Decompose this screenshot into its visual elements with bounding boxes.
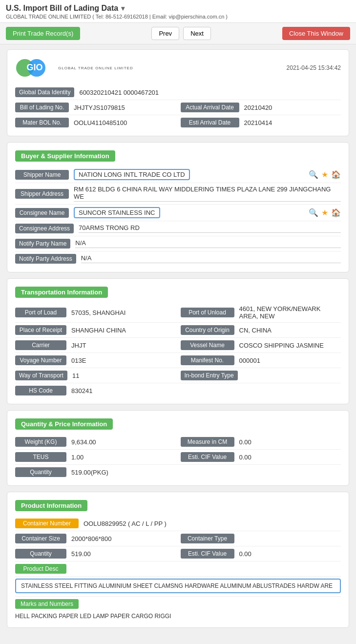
consignee-star-icon[interactable]: ★ [321,208,328,217]
shipper-name-label: Shipper Name [15,170,69,180]
subtitle: GLOBAL TRADE ONLINE LIMITED ( Tel: 86-51… [6,14,350,20]
global-data-label: Global Data Identity [15,87,74,97]
buyer-supplier-header: Buyer & Supplier Information [15,150,341,162]
teus: TEUS 1.00 [15,452,176,462]
product-badge: Product Information [15,500,87,511]
logo-svg: GIO [15,56,54,80]
main-content: GIO GLOBAL TRADE ONLINE LIMITED 2021-04-… [0,44,356,639]
product-quantity-cif-row: Quantity 519.00 Esti. CIF Value 0.00 [15,546,341,561]
shipper-address-label: Shipper Address [15,189,69,199]
title-arrow[interactable]: ▾ [121,4,125,12]
shipper-address-row: Shipper Address RM 612 BLDG 6 CHINA RAIL… [15,183,341,205]
place-of-receipt-label: Place of Receipt [15,325,66,335]
notify-party-name-label: Notify Party Name [15,239,70,249]
manifest-no-value: 000001 [239,357,341,364]
vessel-name: Vessel Name COSCO SHIPPING JASMINE [181,340,341,350]
country-of-origin-value: CN, CHINA [239,327,341,334]
way-of-transport: Way of Transport 11 [15,371,176,380]
close-button[interactable]: Close This Window [282,27,350,40]
consignee-name-label: Consignee Name [15,208,69,218]
esti-cif-qp-value: 0.00 [239,454,341,461]
container-type-label: Container Type [181,534,234,543]
notify-party-address-label: Notify Party Address [15,254,76,264]
consignee-address-row: Consignee Address 70ARMS TRONG RD [15,221,341,236]
transportation-badge: Transportation Information [15,287,108,298]
esti-arrival: Esti Arrival Date 20210414 [181,118,341,127]
voyage-number-value: 013E [71,357,176,364]
weight-value: 9,634.00 [71,438,176,446]
consignee-home-icon[interactable]: 🏠 [331,208,341,217]
measure-value: 0.00 [239,438,341,446]
quantity-price-card: Quantity & Price Information Weight (KG)… [7,410,349,486]
star-icon[interactable]: ★ [321,170,328,179]
product-esti-cif: Esti. CIF Value 0.00 [181,549,341,559]
quantity-label: Quantity [15,467,66,477]
port-row: Port of Load 57035, SHANGHAI Port of Unl… [15,303,341,323]
carrier-label: Carrier [15,340,66,350]
esti-arrival-label: Esti Arrival Date [181,118,239,127]
way-inbond-row: Way of Transport 11 In-bond Entry Type [15,368,341,383]
mater-bol-value: OOLU4110485100 [74,119,176,126]
actual-arrival-label: Actual Arrival Date [181,103,239,112]
weight: Weight (KG) 9,634.00 [15,437,176,447]
consignee-search-icon[interactable]: 🔍 [309,208,318,217]
consignee-address-label: Consignee Address [15,224,74,233]
title-text: U.S. Import Bill of Lading Data [6,4,118,13]
teus-value: 1.00 [71,454,176,461]
port-unload: Port of Unload 4601, NEW YORK/NEWARK ARE… [181,305,341,320]
page-title: U.S. Import Bill of Lading Data ▾ [6,4,350,13]
container-number-row: Container Number OOLU8829952 ( AC / L / … [15,516,341,531]
shipper-name-row: Shipper Name NATION LONG INTL TRADE CO L… [15,166,341,183]
way-of-transport-value: 11 [72,372,176,379]
consignee-name-value: SUNCOR STAINLESS INC [74,207,309,218]
container-number-label: Container Number [15,519,79,528]
transportation-header: Transportation Information [15,287,341,298]
product-quantity-value: 519.00 [71,550,176,558]
port-load-value: 57035, SHANGHAI [71,309,176,316]
esti-arrival-value: 20210414 [244,119,341,126]
mater-bol-left: Mater BOL No. OOLU4110485100 [15,118,176,127]
actual-arrival: Actual Arrival Date 20210420 [181,103,341,112]
port-unload-label: Port of Unload [181,308,234,317]
measure: Measure in CM 0.00 [181,437,341,447]
carrier-value: JHJT [71,342,176,349]
print-button[interactable]: Print Trade Record(s) [6,27,80,40]
place-of-receipt-value: SHANGHAI CHINA [71,327,176,334]
shipper-icons: 🔍 ★ 🏠 [309,170,341,179]
actual-arrival-value: 20210420 [244,104,341,111]
marks-label-row: Marks and Numbers [15,596,341,611]
shipper-name-value: NATION LONG INTL TRADE CO LTD [74,169,309,180]
teus-cif-row: TEUS 1.00 Esti. CIF Value 0.00 [15,450,341,465]
in-bond-entry: In-bond Entry Type [181,371,341,380]
bol-value: JHJTYJS1079815 [74,104,176,111]
marks-label: Marks and Numbers [15,599,79,609]
notify-party-address-value: N/A [81,254,341,263]
top-bar: U.S. Import Bill of Lading Data ▾ GLOBAL… [0,0,356,23]
notify-party-name-row: Notify Party Name N/A [15,236,341,251]
notify-party-name-value: N/A [75,239,341,248]
prev-button[interactable]: Prev [151,27,179,40]
product-quantity-label: Quantity [15,549,66,559]
notify-party-address-row: Notify Party Address N/A [15,251,341,266]
consignee-address-value: 70ARMS TRONG RD [79,224,341,233]
timestamp: 2021-04-25 15:34:42 [287,64,341,71]
search-icon[interactable]: 🔍 [309,170,318,179]
product-desc-label: Product Desc [15,564,66,574]
logo-subtitle: GLOBAL TRADE ONLINE LIMITED [58,66,133,70]
mater-bol-row: Mater BOL No. OOLU4110485100 Esti Arriva… [15,115,341,130]
consignee-icons: 🔍 ★ 🏠 [309,208,341,217]
hs-code-row: HS Code 830241 [15,383,341,398]
quantity-price-badge: Quantity & Price Information [15,418,113,430]
esti-cif-qp-label: Esti. CIF Value [181,452,234,462]
transportation-card: Transportation Information Port of Load … [7,278,349,404]
global-data-value: 600320210421 0000467201 [79,89,341,96]
svg-text:GIO: GIO [26,62,42,72]
quantity-row: Quantity 519.00(PKG) [15,465,341,479]
in-bond-entry-label: In-bond Entry Type [181,371,238,380]
bol-row: Bill of Lading No. JHJTYJS1079815 Actual… [15,100,341,115]
home-icon[interactable]: 🏠 [331,170,341,179]
product-quantity: Quantity 519.00 [15,549,176,559]
vessel-name-value: COSCO SHIPPING JASMINE [239,342,341,349]
next-button[interactable]: Next [183,27,211,40]
hs-code-value: 830241 [71,387,341,395]
